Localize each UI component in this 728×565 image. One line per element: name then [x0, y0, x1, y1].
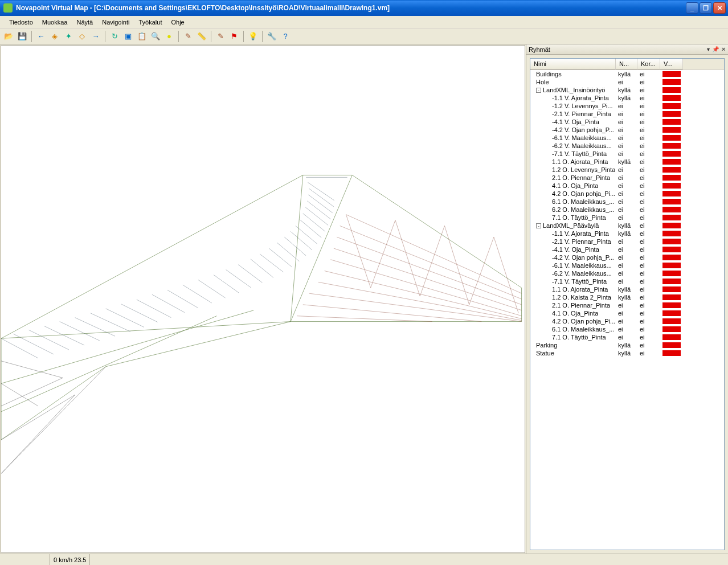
color-swatch[interactable]	[662, 318, 681, 324]
help-icon[interactable]: ?	[279, 30, 292, 43]
arrow-left-icon[interactable]: ←	[35, 30, 47, 43]
col-header-name[interactable]: Nimi	[530, 59, 616, 69]
tree-row[interactable]: Statuekylläei	[530, 349, 724, 357]
color-swatch[interactable]	[662, 71, 681, 77]
color-swatch[interactable]	[662, 263, 681, 268]
col-header-v[interactable]: V...	[660, 59, 683, 69]
tree-row[interactable]: -6.2 V. Maaleikkaus...eiei	[530, 142, 724, 150]
color-swatch[interactable]	[662, 271, 681, 276]
menu-edit[interactable]: Muokkaa	[38, 18, 72, 27]
color-swatch[interactable]	[662, 175, 681, 181]
copy-icon[interactable]: 📋	[136, 30, 148, 43]
save-icon[interactable]: 💾	[16, 30, 28, 43]
flag-icon[interactable]: ⚑	[228, 30, 240, 43]
maximize-button[interactable]: ❐	[700, 2, 712, 14]
color-swatch[interactable]	[662, 87, 681, 93]
panel-pin-icon[interactable]: 📌	[712, 46, 719, 52]
color-swatch[interactable]	[662, 231, 681, 236]
tree-row[interactable]: 4.2 O. Ojan pohja_Pi...eiei	[530, 190, 724, 198]
color-swatch[interactable]	[662, 279, 681, 284]
tree-row[interactable]: 1.1 O. Ajorata_Pintakylläei	[530, 285, 724, 293]
tree-row[interactable]: -1.1 V. Ajorata_Pintakylläei	[530, 230, 724, 238]
collapse-icon[interactable]: -	[536, 223, 541, 228]
color-swatch[interactable]	[662, 183, 681, 189]
tree-row[interactable]: 7.1 O. Täyttö_Pintaeiei	[530, 333, 724, 341]
menu-help[interactable]: Ohje	[166, 18, 189, 27]
close-button[interactable]: ✕	[713, 2, 726, 14]
color-swatch[interactable]	[662, 79, 681, 85]
menu-file[interactable]: Tiedosto	[5, 18, 38, 27]
tree-row[interactable]: -1.1 V. Ajorata_Pintakylläei	[530, 94, 724, 102]
tree-row[interactable]: 6.1 O. Maaleikkaus_...eiei	[530, 198, 724, 206]
panel-header[interactable]: Ryhmät ▾ 📌 ✕	[526, 44, 728, 55]
settings-icon[interactable]: 🔧	[265, 30, 278, 43]
tree-row[interactable]: -7.1 V. Täyttö_Pintaeiei	[530, 150, 724, 158]
lamp-icon[interactable]: 💡	[247, 30, 259, 43]
tree-row[interactable]: -LandXML_Pääväyläkylläei	[530, 222, 724, 230]
col-header-kor[interactable]: Kor...	[637, 59, 660, 69]
tree-row[interactable]: 4.1 O. Oja_Pintaeiei	[530, 309, 724, 317]
color-swatch[interactable]	[662, 247, 681, 252]
color-swatch[interactable]	[662, 199, 681, 204]
color-swatch[interactable]	[662, 95, 681, 101]
collapse-icon[interactable]: -	[536, 88, 541, 93]
circle-icon[interactable]: ●	[163, 30, 175, 43]
edit-icon[interactable]: ✎	[214, 30, 227, 43]
box-icon[interactable]: ▣	[122, 30, 134, 43]
color-swatch[interactable]	[662, 151, 681, 157]
tree-row[interactable]: -6.1 V. Maaleikkaus...eiei	[530, 134, 724, 142]
tree-row[interactable]: 1.2 O. Kaista 2_Pintakylläei	[530, 293, 724, 301]
tree-row[interactable]: Holeeiei	[530, 78, 724, 86]
groups-tree[interactable]: Nimi N... Kor... V... BuildingskylläeiHo…	[530, 58, 725, 550]
panel-dropdown-icon[interactable]: ▾	[707, 46, 710, 52]
measure-icon[interactable]: ✎	[182, 30, 194, 43]
nav-orbit-icon[interactable]: ◈	[48, 30, 61, 43]
color-swatch[interactable]	[662, 119, 681, 125]
tree-row[interactable]: 6.1 O. Maaleikkaus_...eiei	[530, 325, 724, 333]
color-swatch[interactable]	[662, 310, 681, 316]
menu-tools[interactable]: Työkalut	[134, 18, 167, 27]
col-header-n[interactable]: N...	[616, 59, 637, 69]
minimize-button[interactable]: _	[686, 2, 698, 14]
tree-row[interactable]: -LandXML_Insinöörityökylläei	[530, 86, 724, 94]
menu-view[interactable]: Näytä	[72, 18, 97, 27]
color-swatch[interactable]	[662, 127, 681, 133]
color-swatch[interactable]	[662, 191, 681, 196]
tree-row[interactable]: -4.1 V. Oja_Pintaeiei	[530, 118, 724, 126]
refresh-icon[interactable]: ↻	[108, 30, 121, 43]
tree-row[interactable]: 7.1 O. Täyttö_Pintaeiei	[530, 214, 724, 222]
color-swatch[interactable]	[662, 286, 681, 292]
tree-row[interactable]: 2.1 O. Piennar_Pintaeiei	[530, 174, 724, 182]
color-swatch[interactable]	[662, 215, 681, 220]
tree-row[interactable]: -6.1 V. Maaleikkaus...eiei	[530, 261, 724, 269]
tree-row[interactable]: 1.1 O. Ajorata_Pintakylläei	[530, 158, 724, 166]
tree-row[interactable]: -7.1 V. Täyttö_Pintaeiei	[530, 277, 724, 285]
tree-row[interactable]: 2.1 O. Piennar_Pintaeiei	[530, 301, 724, 309]
tree-row[interactable]: -4.1 V. Oja_Pintaeiei	[530, 245, 724, 253]
color-swatch[interactable]	[662, 103, 681, 109]
color-swatch[interactable]	[662, 294, 681, 300]
color-swatch[interactable]	[662, 207, 681, 212]
tree-row[interactable]: Parkingkylläei	[530, 341, 724, 349]
open-icon[interactable]: 📂	[2, 30, 15, 43]
color-swatch[interactable]	[662, 334, 681, 340]
tree-row[interactable]: -4.2 V. Ojan pohja_P...eiei	[530, 253, 724, 261]
arrow-right-icon[interactable]: →	[89, 30, 102, 43]
color-swatch[interactable]	[662, 326, 681, 332]
tree-row[interactable]: -2.1 V. Piennar_Pintaeiei	[530, 238, 724, 245]
color-swatch[interactable]	[662, 167, 681, 173]
color-swatch[interactable]	[662, 143, 681, 149]
color-swatch[interactable]	[662, 159, 681, 165]
tree-row[interactable]: 6.2 O. Maaleikkaus_...eiei	[530, 206, 724, 214]
tree-row[interactable]: 4.1 O. Oja_Pintaeiei	[530, 182, 724, 190]
color-swatch[interactable]	[662, 302, 681, 308]
panel-close-icon[interactable]: ✕	[721, 46, 726, 52]
nav-rotate-icon[interactable]: ◇	[76, 30, 88, 43]
color-swatch[interactable]	[662, 223, 681, 228]
tree-row[interactable]: 1.2 O. Levennys_Pintaeiei	[530, 166, 724, 174]
color-swatch[interactable]	[662, 111, 681, 117]
tree-row[interactable]: -1.2 V. Levennys_Pi...eiei	[530, 102, 724, 110]
tree-row[interactable]: Buildingskylläei	[530, 70, 724, 78]
color-swatch[interactable]	[662, 135, 681, 141]
color-swatch[interactable]	[662, 350, 681, 356]
